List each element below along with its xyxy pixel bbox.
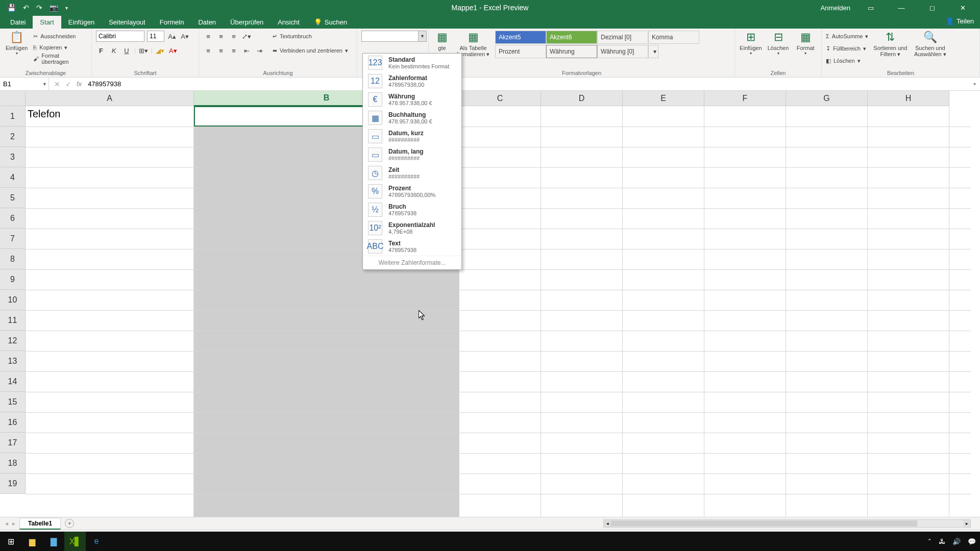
column-header[interactable]: A [26, 91, 194, 106]
row-header[interactable]: 2 [0, 127, 26, 147]
fill-color-button[interactable]: ◢▾ [155, 45, 165, 56]
camera-icon[interactable]: 📷 [50, 4, 58, 12]
numfmt-item-exponentialzahl[interactable]: 10²Exponentialzahl4,79E+08 [363, 219, 461, 237]
numfmt-item-zeit[interactable]: ◷Zeit########## [363, 164, 461, 182]
row-header[interactable]: 17 [0, 433, 26, 453]
copy-button[interactable]: ⎘Kopieren ▾ [33, 42, 87, 53]
column-header[interactable]: E [623, 91, 704, 106]
numfmt-item-datumkurz[interactable]: ▭Datum, kurz########## [363, 127, 461, 145]
expand-formula-icon[interactable]: ▾ [969, 81, 980, 87]
tab-start[interactable]: Start [33, 16, 61, 29]
row-header[interactable]: 15 [0, 392, 26, 412]
numfmt-item-whrung[interactable]: €Währung478.957.938,00 € [363, 90, 461, 109]
scroll-thumb[interactable] [611, 520, 917, 527]
tray-expand-icon[interactable]: ˄ [928, 538, 932, 545]
cancel-formula-icon[interactable]: ✕ [54, 80, 60, 88]
row-header[interactable]: 14 [0, 371, 26, 392]
save-icon[interactable]: 💾 [7, 4, 16, 12]
row-header[interactable]: 19 [0, 473, 26, 494]
bold-button[interactable]: F [96, 45, 106, 56]
tray-network-icon[interactable]: 🖧 [939, 538, 945, 545]
column-header[interactable]: F [704, 91, 786, 106]
style-akzent6[interactable]: Akzent6 [546, 31, 597, 44]
autosum-button[interactable]: ΣAutoSumme ▾ [826, 31, 868, 42]
tab-daten[interactable]: Daten [191, 16, 223, 29]
redo-icon[interactable]: ↷ [36, 4, 42, 12]
row-header[interactable]: 7 [0, 229, 26, 249]
add-sheet-button[interactable]: + [65, 519, 74, 528]
format-cells-button[interactable]: ▦Format▾ [794, 31, 817, 56]
maximize-icon[interactable]: ◻ [922, 4, 942, 12]
ribbon-options-icon[interactable]: ▭ [861, 4, 881, 12]
style-prozent[interactable]: Prozent [495, 45, 546, 58]
fx-icon[interactable]: fx [77, 80, 82, 88]
tab-seitenlayout[interactable]: Seitenlayout [102, 16, 153, 29]
orientation-icon[interactable]: ⤢▾ [241, 31, 252, 41]
row-header[interactable]: 1 [0, 106, 26, 127]
name-box[interactable]: B1▼ [0, 78, 49, 90]
tab-ansicht[interactable]: Ansicht [271, 16, 307, 29]
formula-input[interactable] [86, 80, 969, 88]
italic-button[interactable]: K [109, 45, 119, 56]
underline-button[interactable]: U [121, 45, 132, 56]
column-header[interactable]: G [786, 91, 868, 106]
border-button[interactable]: ⊞▾ [138, 45, 149, 56]
cut-button[interactable]: ✂Ausschneiden [33, 31, 87, 42]
decrease-font-icon[interactable]: A▾ [180, 31, 190, 41]
numfmt-item-prozent[interactable]: %Prozent47895793800,00% [363, 182, 461, 201]
align-top-icon[interactable]: ≡ [203, 31, 213, 41]
scroll-right-icon[interactable]: ▸ [963, 520, 970, 527]
taskbar-store-icon[interactable]: ▇ [43, 532, 64, 551]
align-middle-icon[interactable]: ≡ [216, 31, 226, 41]
taskbar-explorer-icon[interactable]: ▆ [21, 532, 43, 551]
chevron-down-icon[interactable]: ▼ [42, 82, 47, 87]
select-all-corner[interactable] [0, 91, 26, 106]
align-left-icon[interactable]: ≡ [203, 45, 213, 56]
style-dezimal[interactable]: Dezimal [0] [597, 31, 648, 44]
numfmt-item-zahlenformat[interactable]: 12Zahlenformat478957938,00 [363, 72, 461, 90]
grid[interactable]: ABCDEFGH 12345678910111213141516171819 T… [0, 91, 980, 517]
align-bottom-icon[interactable]: ≡ [229, 31, 239, 41]
tab-einfuegen[interactable]: Einfügen [61, 16, 102, 29]
style-komma[interactable]: Komma [648, 31, 699, 44]
taskbar-excel-icon[interactable]: X▋ [64, 532, 86, 551]
fill-button[interactable]: ↧Füllbereich ▾ [826, 43, 868, 54]
row-header[interactable]: 8 [0, 249, 26, 269]
row-header[interactable]: 13 [0, 351, 26, 371]
number-format-combo[interactable]: ▼ [361, 31, 427, 42]
row-header[interactable]: 16 [0, 412, 26, 433]
find-select-button[interactable]: 🔍Suchen und Auswählen ▾ [912, 31, 948, 58]
style-akzent5[interactable]: Akzent5 [495, 31, 546, 44]
sheet-nav-last-icon[interactable]: ▸ [12, 520, 15, 527]
clear-button[interactable]: ◧Löschen ▾ [826, 55, 868, 66]
increase-font-icon[interactable]: A▴ [167, 31, 177, 41]
delete-cells-button[interactable]: ⊟Löschen▾ [767, 31, 790, 56]
taskbar-edge-icon[interactable]: e [86, 532, 107, 551]
row-header[interactable]: 4 [0, 167, 26, 188]
tab-ueberpruefen[interactable]: Überprüfen [223, 16, 271, 29]
indent-inc-icon[interactable]: ⇥ [254, 45, 264, 56]
numfmt-item-standard[interactable]: 123StandardKein bestimmtes Format [363, 54, 461, 72]
numfmt-item-buchhaltung[interactable]: ▦Buchhaltung478.957.938,00 € [363, 109, 461, 127]
qat-more-icon[interactable]: ▾ [65, 5, 68, 11]
numfmt-more[interactable]: Weitere Zahlenformate... [363, 256, 461, 269]
sheet-nav-first-icon[interactable]: ◂ [5, 520, 8, 527]
font-size-combo[interactable] [147, 31, 164, 42]
start-button[interactable]: ⊞ [0, 532, 21, 551]
sheet-tab[interactable]: Tabelle1 [19, 518, 61, 530]
wrap-text-button[interactable]: ↵Textumbruch [273, 31, 348, 42]
merge-center-button[interactable]: ⬌Verbinden und zentrieren ▾ [273, 45, 348, 56]
numfmt-item-bruch[interactable]: ½Bruch478957938 [363, 201, 461, 219]
tab-datei[interactable]: Datei [3, 16, 33, 29]
format-painter-button[interactable]: 🖌Format übertragen [33, 53, 87, 64]
chevron-down-icon[interactable]: ▼ [418, 31, 426, 41]
column-header[interactable]: D [541, 91, 623, 106]
minimize-icon[interactable]: — [891, 4, 912, 12]
font-color-button[interactable]: A▾ [168, 45, 178, 56]
tab-formeln[interactable]: Formeln [153, 16, 191, 29]
scroll-left-icon[interactable]: ◂ [604, 520, 611, 527]
row-header[interactable]: 9 [0, 269, 26, 290]
enter-formula-icon[interactable]: ✓ [65, 80, 71, 88]
ribbon-search[interactable]: 💡Suchen [307, 16, 354, 29]
indent-dec-icon[interactable]: ⇤ [241, 45, 252, 56]
